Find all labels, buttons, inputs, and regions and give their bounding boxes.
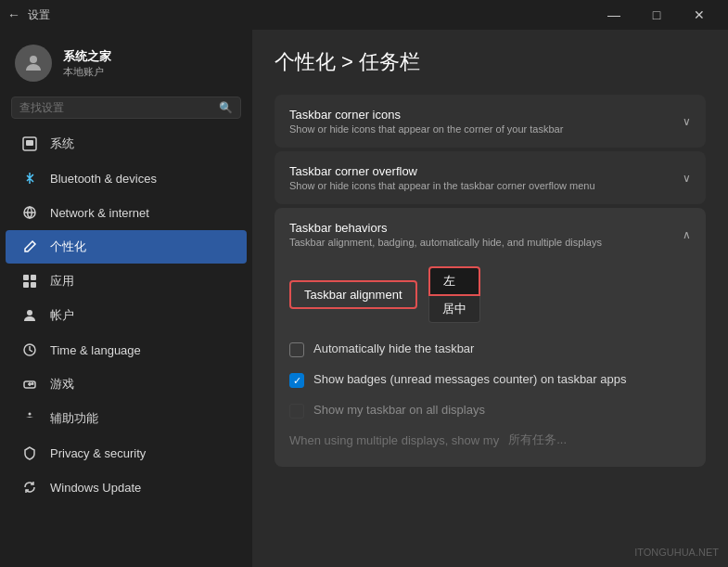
- title-bar-controls: — □ ✕: [593, 0, 721, 30]
- taskbar-behaviors-header[interactable]: Taskbar behaviors Taskbar alignment, bad…: [275, 208, 706, 261]
- multi-display-label: Show my taskbar on all displays: [313, 403, 485, 417]
- system-icon: [20, 135, 39, 153]
- sidebar-item-update-label: Windows Update: [50, 481, 141, 495]
- multi-display-mode-label: When using multiple displays, show my: [289, 433, 499, 447]
- badges-label: Show badges (unread messages counter) on…: [313, 372, 626, 386]
- sidebar-item-personalization-label: 个性化: [50, 238, 86, 255]
- taskbar-corner-overflow-chevron: ∨: [683, 172, 691, 185]
- sidebar: 系统之家 本地账户 🔍 系统 Bluet: [0, 30, 252, 567]
- svg-rect-7: [31, 282, 36, 288]
- taskbar-corner-overflow-header[interactable]: Taskbar corner overflow Show or hide ico…: [275, 151, 706, 204]
- page-title: 个性化 > 任务栏: [275, 48, 706, 76]
- sidebar-item-accessibility-label: 辅助功能: [50, 410, 98, 427]
- sidebar-nav: 系统 Bluetooth & devices N: [0, 126, 252, 505]
- taskbar-corner-icons-desc: Show or hide icons that appear on the co…: [289, 123, 683, 135]
- sidebar-item-gaming[interactable]: 游戏: [6, 367, 247, 401]
- taskbar-behaviors-section: Taskbar behaviors Taskbar alignment, bad…: [275, 208, 706, 467]
- title-bar: ← 设置 — □ ✕: [0, 0, 728, 30]
- auto-hide-checkbox[interactable]: [289, 342, 304, 357]
- network-icon: [20, 203, 39, 222]
- accessibility-icon: [20, 409, 39, 428]
- sidebar-item-time-label: Time & language: [50, 343, 141, 357]
- sidebar-item-system-label: 系统: [50, 135, 74, 152]
- taskbar-corner-icons-header[interactable]: Taskbar corner icons Show or hide icons …: [275, 95, 706, 148]
- svg-rect-4: [23, 275, 29, 280]
- sidebar-item-network[interactable]: Network & internet: [6, 196, 247, 229]
- title-bar-left: ← 设置: [7, 7, 50, 23]
- alignment-row: Taskbar alignment 左 居中: [289, 266, 691, 323]
- svg-point-8: [27, 310, 32, 316]
- svg-point-0: [30, 56, 37, 63]
- svg-point-12: [29, 413, 32, 416]
- maximize-button[interactable]: □: [635, 0, 678, 30]
- sidebar-item-personalization[interactable]: 个性化: [6, 230, 247, 264]
- sidebar-item-network-label: Network & internet: [50, 206, 149, 220]
- taskbar-behaviors-body: Taskbar alignment 左 居中 Automatically hid…: [275, 266, 706, 467]
- apps-icon: [20, 272, 39, 290]
- sidebar-item-time[interactable]: Time & language: [6, 333, 247, 367]
- multi-display-mode-value: 所有任务...: [508, 432, 567, 448]
- user-sub: 本地账户: [63, 65, 111, 79]
- taskbar-corner-overflow-section: Taskbar corner overflow Show or hide ico…: [275, 151, 706, 204]
- minimize-button[interactable]: —: [593, 0, 635, 30]
- alignment-option-center[interactable]: 居中: [428, 296, 480, 323]
- personalization-icon: [20, 238, 39, 256]
- taskbar-corner-icons-section: Taskbar corner icons Show or hide icons …: [275, 95, 706, 148]
- svg-rect-6: [23, 282, 29, 288]
- content-area: 个性化 > 任务栏 Taskbar corner icons Show or h…: [252, 30, 728, 567]
- badges-checkbox[interactable]: [289, 373, 304, 388]
- avatar: [15, 45, 52, 82]
- sidebar-item-apps[interactable]: 应用: [6, 264, 247, 298]
- taskbar-corner-icons-chevron: ∨: [683, 115, 691, 128]
- auto-hide-label: Automatically hide the taskbar: [313, 341, 474, 355]
- time-icon: [20, 341, 39, 359]
- search-box[interactable]: 🔍: [11, 97, 241, 119]
- accounts-icon: [20, 306, 39, 325]
- sidebar-item-privacy-label: Privacy & security: [50, 446, 146, 460]
- svg-rect-2: [26, 140, 33, 146]
- sidebar-item-accounts-label: 帐户: [50, 307, 74, 324]
- sidebar-item-accounts[interactable]: 帐户: [6, 299, 247, 332]
- main-layout: 系统之家 本地账户 🔍 系统 Bluet: [0, 30, 728, 567]
- taskbar-corner-icons-title: Taskbar corner icons: [289, 108, 683, 122]
- back-arrow[interactable]: ←: [7, 7, 20, 22]
- update-icon: [20, 478, 39, 496]
- multi-display-mode-row: When using multiple displays, show my 所有…: [289, 426, 691, 454]
- svg-point-11: [32, 383, 33, 385]
- sidebar-item-update[interactable]: Windows Update: [6, 470, 247, 504]
- svg-rect-5: [31, 275, 36, 280]
- sidebar-item-apps-label: 应用: [50, 273, 74, 290]
- multi-display-row: Show my taskbar on all displays: [289, 395, 691, 426]
- alignment-label: Taskbar alignment: [289, 280, 417, 309]
- sidebar-item-gaming-label: 游戏: [50, 376, 74, 393]
- auto-hide-row: Automatically hide the taskbar: [289, 334, 691, 365]
- taskbar-behaviors-chevron: ∧: [683, 228, 691, 241]
- alignment-selected[interactable]: 左: [428, 266, 480, 296]
- watermark: ITONGUHUA.NET: [634, 547, 719, 558]
- multi-display-checkbox[interactable]: [289, 404, 304, 419]
- taskbar-corner-overflow-title: Taskbar corner overflow: [289, 164, 683, 178]
- search-icon: 🔍: [219, 101, 233, 114]
- taskbar-behaviors-desc: Taskbar alignment, badging, automaticall…: [289, 237, 683, 248]
- sidebar-item-accessibility[interactable]: 辅助功能: [6, 402, 247, 435]
- gaming-icon: [20, 375, 39, 393]
- sidebar-item-bluetooth-label: Bluetooth & devices: [50, 172, 157, 186]
- close-button[interactable]: ✕: [678, 0, 721, 30]
- alignment-dropdown-container: 左 居中: [428, 266, 480, 323]
- taskbar-corner-overflow-desc: Show or hide icons that appear in the ta…: [289, 180, 683, 191]
- user-info: 系统之家 本地账户: [63, 48, 111, 79]
- user-profile[interactable]: 系统之家 本地账户: [0, 30, 252, 93]
- user-name: 系统之家: [63, 48, 111, 65]
- sidebar-item-privacy[interactable]: Privacy & security: [6, 436, 247, 470]
- title-bar-title: 设置: [28, 7, 50, 23]
- sidebar-item-system[interactable]: 系统: [6, 127, 247, 161]
- taskbar-behaviors-title: Taskbar behaviors: [289, 221, 683, 235]
- sidebar-item-bluetooth[interactable]: Bluetooth & devices: [6, 161, 247, 195]
- bluetooth-icon: [20, 169, 39, 187]
- privacy-icon: [20, 444, 39, 462]
- badges-row: Show badges (unread messages counter) on…: [289, 365, 691, 395]
- search-input[interactable]: [19, 101, 213, 114]
